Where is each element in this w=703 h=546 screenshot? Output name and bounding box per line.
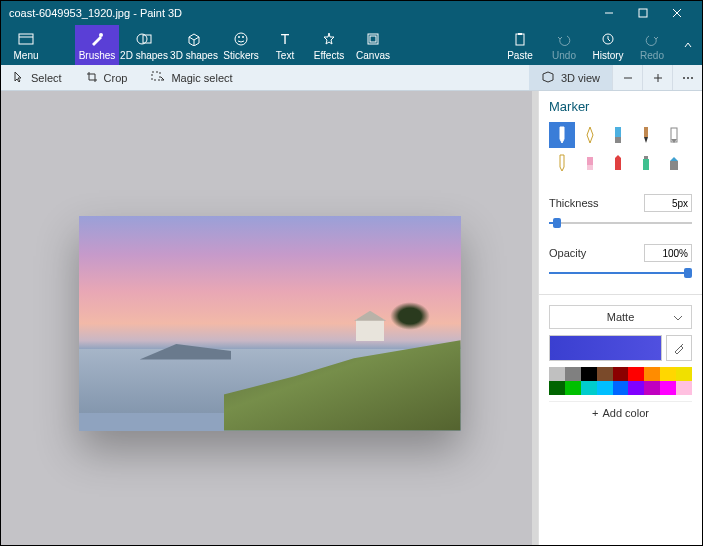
color-swatch[interactable] (565, 367, 581, 381)
add-color-button[interactable]: + Add color (549, 401, 692, 423)
current-color[interactable] (549, 335, 662, 361)
color-swatch[interactable] (660, 367, 676, 381)
sidebar-title: Marker (549, 99, 692, 114)
color-swatch[interactable] (644, 367, 660, 381)
brush-marker[interactable] (549, 122, 575, 148)
stickers-icon (234, 30, 248, 48)
main-area: Marker Thickness Opacity (1, 91, 702, 545)
more-options-button[interactable] (672, 65, 702, 90)
thickness-slider[interactable] (549, 216, 692, 230)
3d-view-toggle[interactable]: 3D view (529, 65, 612, 90)
color-swatch[interactable] (660, 381, 676, 395)
svg-point-6 (99, 33, 103, 37)
brush-pencil[interactable] (549, 150, 575, 176)
menu-label: Menu (13, 50, 38, 61)
opacity-label: Opacity (549, 247, 586, 259)
cursor-icon (13, 71, 25, 85)
ribbon: Menu Brushes 2D shapes 3D shapes Sticker… (1, 25, 702, 65)
paste-icon (513, 30, 527, 48)
brush-oil-brush[interactable] (605, 122, 631, 148)
brush-fill[interactable] (661, 150, 687, 176)
menu-icon (18, 30, 34, 48)
minimize-button[interactable] (592, 1, 626, 25)
crop-tool[interactable]: Crop (74, 65, 140, 90)
ribbon-brushes[interactable]: Brushes (75, 25, 119, 65)
brush-pixel-pen[interactable] (661, 122, 687, 148)
brush-crayon[interactable] (605, 150, 631, 176)
expand-ribbon-button[interactable] (674, 25, 702, 65)
color-swatch[interactable] (565, 381, 581, 395)
canvas-image[interactable] (79, 216, 461, 431)
redo-icon (645, 30, 659, 48)
select-tool[interactable]: Select (1, 65, 74, 90)
svg-rect-30 (587, 165, 593, 170)
2d-shapes-icon (136, 30, 152, 48)
close-button[interactable] (660, 1, 694, 25)
brush-watercolor[interactable] (633, 122, 659, 148)
effects-icon (322, 30, 336, 48)
ribbon-canvas[interactable]: Canvas (351, 25, 395, 65)
ribbon-label: Canvas (356, 50, 390, 61)
ribbon-3d-shapes[interactable]: 3D shapes (169, 25, 219, 65)
color-swatch[interactable] (613, 367, 629, 381)
svg-rect-26 (615, 137, 621, 143)
zoom-out-button[interactable] (612, 65, 642, 90)
title-bar: coast-6049953_1920.jpg - Paint 3D (1, 1, 702, 25)
color-swatch[interactable] (628, 381, 644, 395)
color-swatch[interactable] (549, 367, 565, 381)
svg-rect-27 (644, 127, 648, 137)
tool-label: Magic select (171, 72, 232, 84)
svg-rect-16 (518, 33, 522, 35)
ribbon-label: Redo (640, 50, 664, 61)
brush-calligraphy-pen[interactable] (577, 122, 603, 148)
tool-label: Select (31, 72, 62, 84)
brush-spray-can[interactable] (633, 150, 659, 176)
magic-select-tool[interactable]: Magic select (139, 65, 244, 90)
svg-rect-32 (643, 159, 649, 170)
color-swatch[interactable] (597, 367, 613, 381)
undo-icon (557, 30, 571, 48)
color-swatch[interactable] (613, 381, 629, 395)
ribbon-2d-shapes[interactable]: 2D shapes (119, 25, 169, 65)
svg-rect-33 (644, 156, 648, 159)
color-swatch[interactable] (676, 381, 692, 395)
svg-point-23 (687, 77, 689, 79)
svg-point-9 (235, 33, 247, 45)
zoom-in-button[interactable] (642, 65, 672, 90)
color-swatch[interactable] (644, 381, 660, 395)
svg-rect-15 (516, 34, 524, 45)
thickness-input[interactable] (644, 194, 692, 212)
color-swatch[interactable] (676, 367, 692, 381)
ribbon-history[interactable]: History (586, 25, 630, 65)
ribbon-redo[interactable]: Redo (630, 25, 674, 65)
opacity-slider[interactable] (549, 266, 692, 280)
ribbon-effects[interactable]: Effects (307, 25, 351, 65)
svg-rect-29 (587, 157, 593, 165)
color-swatch[interactable] (581, 367, 597, 381)
color-swatch[interactable] (549, 381, 565, 395)
opacity-row: Opacity (549, 244, 692, 262)
maximize-button[interactable] (626, 1, 660, 25)
brush-eraser[interactable] (577, 150, 603, 176)
opacity-input[interactable] (644, 244, 692, 262)
ribbon-paste[interactable]: Paste (498, 25, 542, 65)
ribbon-text[interactable]: T Text (263, 25, 307, 65)
ribbon-stickers[interactable]: Stickers (219, 25, 263, 65)
material-select[interactable]: Matte (549, 305, 692, 329)
color-swatch[interactable] (628, 367, 644, 381)
canvas-scrollbar[interactable] (532, 91, 538, 545)
menu-button[interactable]: Menu (1, 25, 51, 65)
svg-point-22 (683, 77, 685, 79)
color-swatch[interactable] (581, 381, 597, 395)
svg-point-11 (242, 36, 244, 38)
sidebar: Marker Thickness Opacity (538, 91, 702, 545)
material-label: Matte (607, 311, 635, 323)
crop-icon (86, 71, 98, 85)
ribbon-undo[interactable]: Undo (542, 25, 586, 65)
svg-rect-18 (152, 72, 160, 80)
canvas-area[interactable] (1, 91, 538, 545)
color-swatch[interactable] (597, 381, 613, 395)
ribbon-label: Text (276, 50, 294, 61)
eyedropper-button[interactable] (666, 335, 692, 361)
svg-rect-31 (615, 158, 621, 170)
